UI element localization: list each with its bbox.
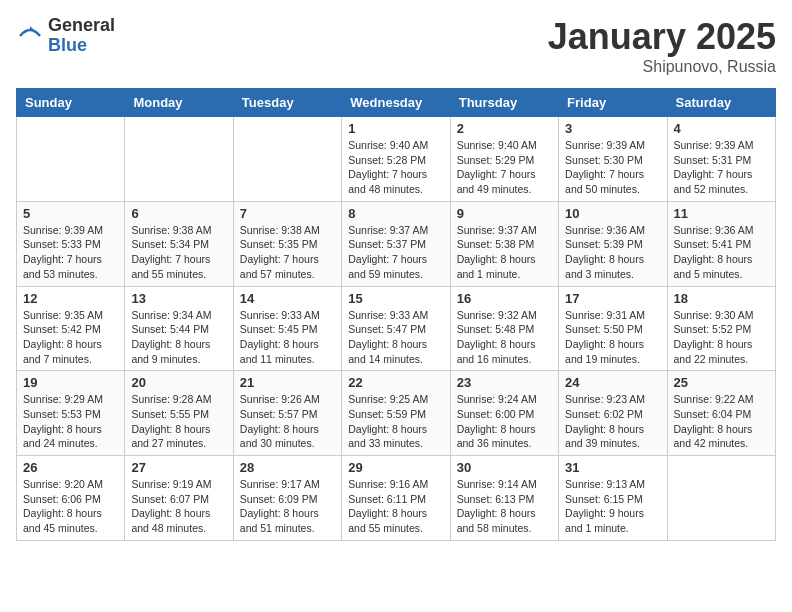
calendar-week-row: 1Sunrise: 9:40 AM Sunset: 5:28 PM Daylig… — [17, 117, 776, 202]
table-row: 16Sunrise: 9:32 AM Sunset: 5:48 PM Dayli… — [450, 286, 558, 371]
table-row: 29Sunrise: 9:16 AM Sunset: 6:11 PM Dayli… — [342, 456, 450, 541]
logo-icon — [16, 22, 44, 50]
day-detail: Sunrise: 9:32 AM Sunset: 5:48 PM Dayligh… — [457, 308, 552, 367]
day-detail: Sunrise: 9:33 AM Sunset: 5:47 PM Dayligh… — [348, 308, 443, 367]
page-header: General Blue January 2025 Shipunovo, Rus… — [16, 16, 776, 76]
day-number: 27 — [131, 460, 226, 475]
day-detail: Sunrise: 9:36 AM Sunset: 5:41 PM Dayligh… — [674, 223, 769, 282]
table-row: 30Sunrise: 9:14 AM Sunset: 6:13 PM Dayli… — [450, 456, 558, 541]
logo: General Blue — [16, 16, 115, 56]
table-row: 31Sunrise: 9:13 AM Sunset: 6:15 PM Dayli… — [559, 456, 667, 541]
table-row: 4Sunrise: 9:39 AM Sunset: 5:31 PM Daylig… — [667, 117, 775, 202]
table-row: 28Sunrise: 9:17 AM Sunset: 6:09 PM Dayli… — [233, 456, 341, 541]
table-row: 11Sunrise: 9:36 AM Sunset: 5:41 PM Dayli… — [667, 201, 775, 286]
table-row: 6Sunrise: 9:38 AM Sunset: 5:34 PM Daylig… — [125, 201, 233, 286]
day-number: 17 — [565, 291, 660, 306]
day-detail: Sunrise: 9:37 AM Sunset: 5:37 PM Dayligh… — [348, 223, 443, 282]
col-tuesday: Tuesday — [233, 89, 341, 117]
day-number: 20 — [131, 375, 226, 390]
day-number: 15 — [348, 291, 443, 306]
table-row: 3Sunrise: 9:39 AM Sunset: 5:30 PM Daylig… — [559, 117, 667, 202]
table-row: 23Sunrise: 9:24 AM Sunset: 6:00 PM Dayli… — [450, 371, 558, 456]
day-number: 29 — [348, 460, 443, 475]
logo-text: General Blue — [48, 16, 115, 56]
table-row: 10Sunrise: 9:36 AM Sunset: 5:39 PM Dayli… — [559, 201, 667, 286]
day-number: 9 — [457, 206, 552, 221]
day-number: 23 — [457, 375, 552, 390]
day-detail: Sunrise: 9:40 AM Sunset: 5:29 PM Dayligh… — [457, 138, 552, 197]
calendar-table: Sunday Monday Tuesday Wednesday Thursday… — [16, 88, 776, 541]
day-number: 25 — [674, 375, 769, 390]
table-row — [17, 117, 125, 202]
day-number: 19 — [23, 375, 118, 390]
day-detail: Sunrise: 9:31 AM Sunset: 5:50 PM Dayligh… — [565, 308, 660, 367]
day-detail: Sunrise: 9:37 AM Sunset: 5:38 PM Dayligh… — [457, 223, 552, 282]
day-number: 12 — [23, 291, 118, 306]
table-row: 15Sunrise: 9:33 AM Sunset: 5:47 PM Dayli… — [342, 286, 450, 371]
day-number: 6 — [131, 206, 226, 221]
logo-general-text: General — [48, 16, 115, 36]
table-row: 5Sunrise: 9:39 AM Sunset: 5:33 PM Daylig… — [17, 201, 125, 286]
day-number: 31 — [565, 460, 660, 475]
table-row: 7Sunrise: 9:38 AM Sunset: 5:35 PM Daylig… — [233, 201, 341, 286]
col-sunday: Sunday — [17, 89, 125, 117]
day-detail: Sunrise: 9:14 AM Sunset: 6:13 PM Dayligh… — [457, 477, 552, 536]
day-detail: Sunrise: 9:38 AM Sunset: 5:34 PM Dayligh… — [131, 223, 226, 282]
day-detail: Sunrise: 9:29 AM Sunset: 5:53 PM Dayligh… — [23, 392, 118, 451]
table-row: 2Sunrise: 9:40 AM Sunset: 5:29 PM Daylig… — [450, 117, 558, 202]
col-saturday: Saturday — [667, 89, 775, 117]
day-detail: Sunrise: 9:39 AM Sunset: 5:30 PM Dayligh… — [565, 138, 660, 197]
calendar-location: Shipunovo, Russia — [548, 58, 776, 76]
day-number: 10 — [565, 206, 660, 221]
logo-blue-text: Blue — [48, 36, 115, 56]
table-row: 26Sunrise: 9:20 AM Sunset: 6:06 PM Dayli… — [17, 456, 125, 541]
day-detail: Sunrise: 9:24 AM Sunset: 6:00 PM Dayligh… — [457, 392, 552, 451]
table-row: 1Sunrise: 9:40 AM Sunset: 5:28 PM Daylig… — [342, 117, 450, 202]
table-row: 20Sunrise: 9:28 AM Sunset: 5:55 PM Dayli… — [125, 371, 233, 456]
table-row: 9Sunrise: 9:37 AM Sunset: 5:38 PM Daylig… — [450, 201, 558, 286]
day-detail: Sunrise: 9:23 AM Sunset: 6:02 PM Dayligh… — [565, 392, 660, 451]
day-detail: Sunrise: 9:20 AM Sunset: 6:06 PM Dayligh… — [23, 477, 118, 536]
table-row: 22Sunrise: 9:25 AM Sunset: 5:59 PM Dayli… — [342, 371, 450, 456]
day-detail: Sunrise: 9:36 AM Sunset: 5:39 PM Dayligh… — [565, 223, 660, 282]
col-friday: Friday — [559, 89, 667, 117]
day-number: 26 — [23, 460, 118, 475]
day-detail: Sunrise: 9:28 AM Sunset: 5:55 PM Dayligh… — [131, 392, 226, 451]
day-detail: Sunrise: 9:25 AM Sunset: 5:59 PM Dayligh… — [348, 392, 443, 451]
table-row: 24Sunrise: 9:23 AM Sunset: 6:02 PM Dayli… — [559, 371, 667, 456]
calendar-week-row: 5Sunrise: 9:39 AM Sunset: 5:33 PM Daylig… — [17, 201, 776, 286]
calendar-week-row: 19Sunrise: 9:29 AM Sunset: 5:53 PM Dayli… — [17, 371, 776, 456]
day-number: 7 — [240, 206, 335, 221]
day-detail: Sunrise: 9:22 AM Sunset: 6:04 PM Dayligh… — [674, 392, 769, 451]
table-row: 19Sunrise: 9:29 AM Sunset: 5:53 PM Dayli… — [17, 371, 125, 456]
day-number: 30 — [457, 460, 552, 475]
day-detail: Sunrise: 9:26 AM Sunset: 5:57 PM Dayligh… — [240, 392, 335, 451]
col-wednesday: Wednesday — [342, 89, 450, 117]
table-row: 25Sunrise: 9:22 AM Sunset: 6:04 PM Dayli… — [667, 371, 775, 456]
day-number: 5 — [23, 206, 118, 221]
calendar-header-row: Sunday Monday Tuesday Wednesday Thursday… — [17, 89, 776, 117]
calendar-week-row: 12Sunrise: 9:35 AM Sunset: 5:42 PM Dayli… — [17, 286, 776, 371]
day-number: 21 — [240, 375, 335, 390]
day-detail: Sunrise: 9:40 AM Sunset: 5:28 PM Dayligh… — [348, 138, 443, 197]
day-detail: Sunrise: 9:19 AM Sunset: 6:07 PM Dayligh… — [131, 477, 226, 536]
day-number: 14 — [240, 291, 335, 306]
day-number: 24 — [565, 375, 660, 390]
table-row — [667, 456, 775, 541]
day-detail: Sunrise: 9:13 AM Sunset: 6:15 PM Dayligh… — [565, 477, 660, 536]
day-number: 2 — [457, 121, 552, 136]
day-number: 1 — [348, 121, 443, 136]
table-row: 13Sunrise: 9:34 AM Sunset: 5:44 PM Dayli… — [125, 286, 233, 371]
calendar-week-row: 26Sunrise: 9:20 AM Sunset: 6:06 PM Dayli… — [17, 456, 776, 541]
table-row — [233, 117, 341, 202]
day-number: 16 — [457, 291, 552, 306]
day-number: 8 — [348, 206, 443, 221]
table-row — [125, 117, 233, 202]
table-row: 18Sunrise: 9:30 AM Sunset: 5:52 PM Dayli… — [667, 286, 775, 371]
col-thursday: Thursday — [450, 89, 558, 117]
day-detail: Sunrise: 9:33 AM Sunset: 5:45 PM Dayligh… — [240, 308, 335, 367]
day-detail: Sunrise: 9:34 AM Sunset: 5:44 PM Dayligh… — [131, 308, 226, 367]
day-detail: Sunrise: 9:38 AM Sunset: 5:35 PM Dayligh… — [240, 223, 335, 282]
day-number: 4 — [674, 121, 769, 136]
day-number: 3 — [565, 121, 660, 136]
